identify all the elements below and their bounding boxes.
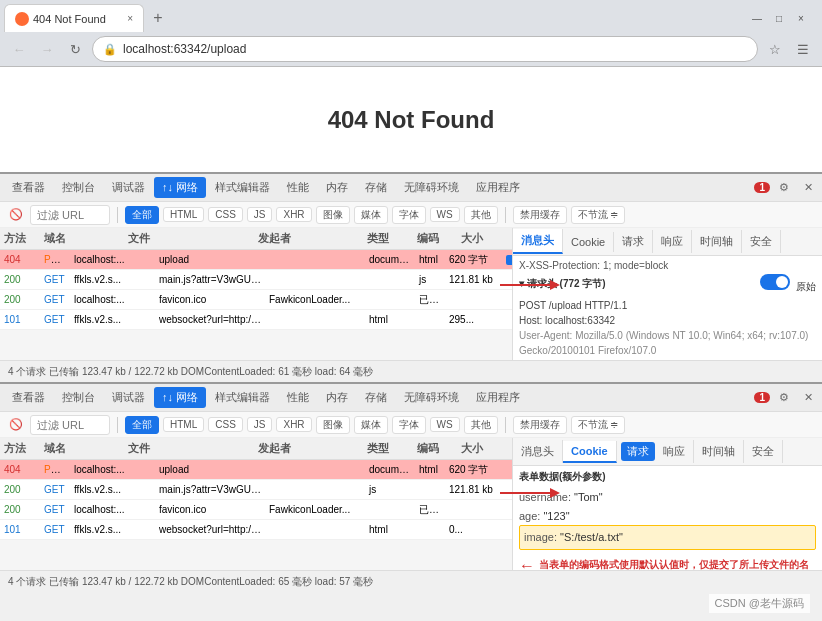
filter-ws-btn[interactable]: WS bbox=[430, 207, 460, 222]
devtools-tab-performance[interactable]: 性能 bbox=[279, 177, 317, 198]
clear-network-btn-2[interactable]: 🚫 bbox=[6, 415, 26, 435]
devtools2-tab-inspector[interactable]: 查看器 bbox=[4, 387, 53, 408]
right2-tab-timeline[interactable]: 时间轴 bbox=[694, 440, 744, 463]
filter2-js-btn[interactable]: JS bbox=[247, 417, 273, 432]
network-row-2[interactable]: 200 GET ffkls.v2.s... main.js?attr=V3wGU… bbox=[0, 270, 512, 290]
right-tab-response[interactable]: 响应 bbox=[653, 230, 692, 253]
devtools2-tab-memory[interactable]: 内存 bbox=[318, 387, 356, 408]
devtools-tab-debugger[interactable]: 调试器 bbox=[104, 177, 153, 198]
address-bar[interactable]: 🔒 localhost:63342/upload bbox=[92, 36, 758, 62]
filter2-other-btn[interactable]: 其他 bbox=[464, 416, 498, 434]
network2-row-1[interactable]: 404 POST localhost:... upload document h… bbox=[0, 460, 512, 480]
filter2-css-btn[interactable]: CSS bbox=[208, 417, 243, 432]
devtools2-tab-accessibility[interactable]: 无障碍环境 bbox=[396, 387, 467, 408]
row2-3-domain: localhost:... bbox=[70, 504, 155, 515]
devtools2-tab-storage[interactable]: 存储 bbox=[357, 387, 395, 408]
devtools-tab-style-editor[interactable]: 样式编辑器 bbox=[207, 177, 278, 198]
network-row-4[interactable]: 101 GET ffkls.v2.s... websocket?url=http… bbox=[0, 310, 512, 330]
devtools-close-btn[interactable]: ✕ bbox=[798, 178, 818, 198]
filter-url-input-1[interactable] bbox=[30, 205, 110, 225]
devtools-tab-accessibility[interactable]: 无障碍环境 bbox=[396, 177, 467, 198]
close-btn[interactable]: × bbox=[792, 9, 810, 27]
throttle-btn-2[interactable]: 不节流 ≑ bbox=[571, 416, 626, 434]
devtools-tab-inspector[interactable]: 查看器 bbox=[4, 177, 53, 198]
forward-btn[interactable]: → bbox=[36, 38, 58, 60]
filter2-image-btn[interactable]: 图像 bbox=[316, 416, 350, 434]
row2-1-size: 620 字节 bbox=[445, 463, 500, 477]
filter-css-btn[interactable]: CSS bbox=[208, 207, 243, 222]
devtools-tabs-row-2: 查看器 控制台 调试器 ↑↓ 网络 样式编辑器 性能 内存 存储 无障碍环境 应… bbox=[0, 384, 822, 412]
network-row-1[interactable]: 404 POST localhost:... upload document h… bbox=[0, 250, 512, 270]
filter-media-btn[interactable]: 媒体 bbox=[354, 206, 388, 224]
disable-cache-btn[interactable]: 禁用缓存 bbox=[513, 206, 567, 224]
filter2-xhr-btn[interactable]: XHR bbox=[276, 417, 311, 432]
star-btn[interactable]: ☆ bbox=[764, 38, 786, 60]
filter2-html-btn[interactable]: HTML bbox=[163, 417, 204, 432]
tab-close-btn[interactable]: × bbox=[127, 13, 133, 24]
devtools2-tab-network[interactable]: ↑↓ 网络 bbox=[154, 387, 206, 408]
right2-tab-security[interactable]: 安全 bbox=[744, 440, 783, 463]
devtools-tab-network[interactable]: ↑↓ 网络 bbox=[154, 177, 206, 198]
error-count-badge-2: 1 bbox=[754, 392, 770, 403]
page-content: 404 Not Found bbox=[0, 67, 822, 172]
back-btn[interactable]: ← bbox=[8, 38, 30, 60]
network2-row-2[interactable]: 200 GET ffkls.v2.s... main.js?attr=V3wGU… bbox=[0, 480, 512, 500]
browser-tab[interactable]: 404 Not Found × bbox=[4, 4, 144, 32]
csdn-watermark: CSDN @老牛源码 bbox=[709, 594, 810, 613]
right-tab-security[interactable]: 安全 bbox=[742, 230, 781, 253]
filter2-media-btn[interactable]: 媒体 bbox=[354, 416, 388, 434]
filter-url-input-2[interactable] bbox=[30, 415, 110, 435]
throttle-btn[interactable]: 不节流 ≑ bbox=[571, 206, 626, 224]
filter2-font-btn[interactable]: 字体 bbox=[392, 416, 426, 434]
filter-js-btn[interactable]: JS bbox=[247, 207, 273, 222]
filter-cookie-btn[interactable]: 请求 bbox=[621, 442, 655, 461]
right-tab-request[interactable]: 请求 bbox=[614, 230, 653, 253]
maximize-btn[interactable]: □ bbox=[770, 9, 788, 27]
filter2-all-btn[interactable]: 全部 bbox=[125, 416, 159, 434]
devtools2-tab-style-editor[interactable]: 样式编辑器 bbox=[207, 387, 278, 408]
col-header-initiator: 发起者 bbox=[254, 231, 363, 246]
network-table-area-2: 方法 域名 文件 发起者 类型 编码 大小 404 POST localhost… bbox=[0, 438, 512, 570]
filter-all-btn[interactable]: 全部 bbox=[125, 206, 159, 224]
network2-row-3[interactable]: 200 GET localhost:... favicon.ico Fawkic… bbox=[0, 500, 512, 520]
row2-2-type: js bbox=[365, 484, 415, 495]
devtools2-tab-debugger[interactable]: 调试器 bbox=[104, 387, 153, 408]
new-tab-btn[interactable]: + bbox=[146, 6, 170, 30]
right-tab-headers[interactable]: 消息头 bbox=[513, 229, 563, 254]
right-tab-cookie[interactable]: Cookie bbox=[563, 232, 614, 252]
devtools-tab-memory[interactable]: 内存 bbox=[318, 177, 356, 198]
network-row-3[interactable]: 200 GET localhost:... favicon.ico Fawkic… bbox=[0, 290, 512, 310]
devtools2-tab-application[interactable]: 应用程序 bbox=[468, 387, 528, 408]
row4-type: html bbox=[365, 314, 415, 325]
clear-network-btn[interactable]: 🚫 bbox=[6, 205, 26, 225]
disable-cache-btn-2[interactable]: 禁用缓存 bbox=[513, 416, 567, 434]
filter-font-btn[interactable]: 字体 bbox=[392, 206, 426, 224]
network2-row-4[interactable]: 101 GET ffkls.v2.s... websocket?url=http… bbox=[0, 520, 512, 540]
filter-other-btn[interactable]: 其他 bbox=[464, 206, 498, 224]
devtools2-settings-btn[interactable]: ⚙ bbox=[774, 388, 794, 408]
right2-tab-headers[interactable]: 消息头 bbox=[513, 440, 563, 463]
minimize-btn[interactable]: — bbox=[748, 9, 766, 27]
toggle-switch[interactable] bbox=[760, 274, 790, 290]
devtools2-tab-performance[interactable]: 性能 bbox=[279, 387, 317, 408]
devtools2-tab-console[interactable]: 控制台 bbox=[54, 387, 103, 408]
row2-1-method: POST bbox=[40, 464, 70, 475]
right2-tab-cookie[interactable]: Cookie bbox=[563, 441, 617, 463]
filter-html-btn[interactable]: HTML bbox=[163, 207, 204, 222]
filter-row-1: 🚫 全部 HTML CSS JS XHR 图像 媒体 字体 WS 其他 禁用缓存… bbox=[0, 202, 822, 228]
devtools-settings-btn[interactable]: ⚙ bbox=[774, 178, 794, 198]
devtools-tab-console[interactable]: 控制台 bbox=[54, 177, 103, 198]
menu-btn[interactable]: ☰ bbox=[792, 38, 814, 60]
filter-xhr-btn[interactable]: XHR bbox=[276, 207, 311, 222]
devtools-tab-application[interactable]: 应用程序 bbox=[468, 177, 528, 198]
devtools2-close-btn[interactable]: ✕ bbox=[798, 388, 818, 408]
devtools-tab-storage[interactable]: 存储 bbox=[357, 177, 395, 198]
right2-tab-response[interactable]: 响应 bbox=[655, 440, 694, 463]
filter-image-btn[interactable]: 图像 bbox=[316, 206, 350, 224]
filter2-ws-btn[interactable]: WS bbox=[430, 417, 460, 432]
filter-row-2: 🚫 全部 HTML CSS JS XHR 图像 媒体 字体 WS 其他 禁用缓存… bbox=[0, 412, 822, 438]
right-tab-timeline[interactable]: 时间轴 bbox=[692, 230, 742, 253]
refresh-btn[interactable]: ↻ bbox=[64, 38, 86, 60]
row3-method: GET bbox=[40, 294, 70, 305]
raw-toggle[interactable]: 原始 bbox=[760, 274, 816, 294]
